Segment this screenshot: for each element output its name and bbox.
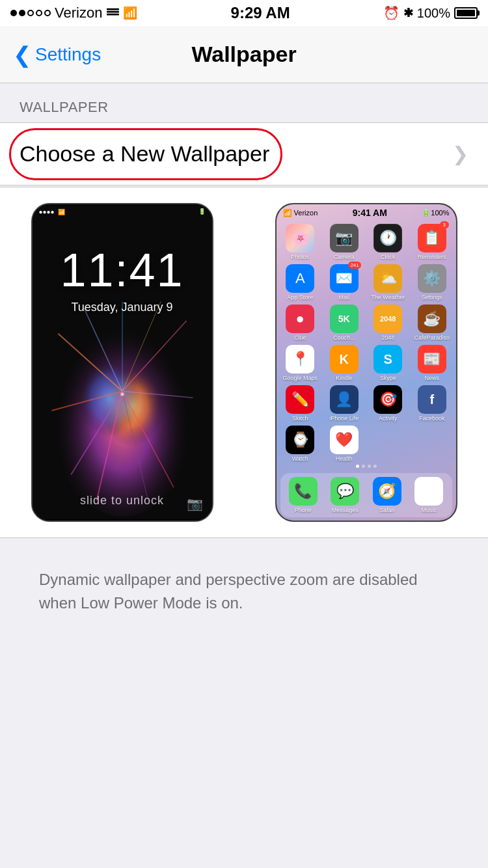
- dot-2: [19, 10, 25, 16]
- mail-icon: ✉️ 241: [330, 264, 359, 293]
- app-kindle[interactable]: K Kindle: [324, 345, 364, 381]
- section-label: WALLPAPER: [0, 83, 488, 122]
- appstore-label: App Store: [287, 294, 313, 301]
- lock-screen-preview[interactable]: ●●●● 📶 🔋 11:41 Tuesday, January 9 slide …: [31, 203, 213, 522]
- app-skype[interactable]: S Skype: [368, 345, 409, 381]
- nav-title: Wallpaper: [191, 42, 296, 67]
- status-left: Verizon 𝍢︎ 📶: [10, 5, 137, 22]
- app-activity[interactable]: 🎯 Activity: [368, 385, 409, 422]
- home-screen-preview[interactable]: 📶 Verizon 9:41 AM 🔋100% 🌸 Photos 📷 Camer…: [275, 203, 457, 522]
- app-maps[interactable]: 📍 Google Maps: [280, 345, 321, 381]
- dot-inactive-1: [362, 465, 365, 468]
- dot-inactive-2: [368, 465, 371, 468]
- lock-time: 11:41: [33, 243, 212, 297]
- lock-battery-status: 🔋: [198, 208, 206, 215]
- dot-4: [36, 10, 42, 16]
- battery-fill: [457, 10, 475, 16]
- reminders-badge: 3: [440, 221, 449, 228]
- back-chevron-icon: ❮: [13, 44, 31, 66]
- messages-label: Messages: [332, 507, 359, 513]
- svg-point-15: [106, 375, 138, 407]
- reminders-icon: 📋 3: [418, 224, 446, 252]
- app-phone[interactable]: 📞 Phone: [284, 477, 323, 513]
- choose-wallpaper-label: Choose a New Wallpaper: [20, 141, 269, 167]
- status-bar: Verizon 𝍢︎ 📶 9:29 AM ⏰ ✱ 100%: [0, 0, 488, 26]
- camera-icon: 📷: [330, 224, 359, 252]
- app-reminders[interactable]: 📋 3 Reminders: [412, 224, 452, 260]
- back-button[interactable]: ❮ Settings: [13, 44, 101, 66]
- settings-label: Settings: [421, 294, 442, 301]
- facebook-label: Facebook: [419, 415, 445, 422]
- app-appstore[interactable]: A App Store: [280, 264, 321, 301]
- kindle-icon: K: [330, 345, 359, 373]
- app-clue[interactable]: ● Clue: [280, 305, 321, 341]
- choose-wallpaper-row[interactable]: Choose a New Wallpaper ❯: [0, 123, 488, 185]
- signal-dots: [10, 10, 51, 16]
- app-safari[interactable]: 🧭 Safari: [368, 477, 407, 513]
- watch-label: Watch: [292, 455, 308, 462]
- home-page-dots: [277, 465, 456, 468]
- app-weather[interactable]: ⛅ The Weather: [368, 264, 409, 301]
- home-screen: 📶 Verizon 9:41 AM 🔋100% 🌸 Photos 📷 Camer…: [277, 204, 456, 521]
- wifi-icon: 𝍢︎: [106, 5, 119, 22]
- lock-signal: ●●●● 📶: [39, 208, 65, 215]
- reminders-label: Reminders: [418, 254, 446, 260]
- app-cafeparadiso[interactable]: ☕ CafeParadiso: [412, 305, 452, 341]
- app-music[interactable]: ♪ Music: [410, 477, 448, 513]
- lock-status-bar: ●●●● 📶 🔋: [33, 204, 212, 219]
- phone-icon: 📞: [289, 477, 318, 506]
- lock-date: Tuesday, January 9: [33, 301, 212, 314]
- lock-camera-icon: 📷: [187, 496, 203, 511]
- app-news[interactable]: 📰 News: [412, 345, 452, 381]
- activity-icon: 🎯: [373, 385, 402, 414]
- health-label: Health: [336, 455, 353, 462]
- wallpaper-previews: ●●●● 📶 🔋 11:41 Tuesday, January 9 slide …: [0, 187, 488, 538]
- home-battery: 🔋100%: [422, 209, 449, 217]
- home-signal: 📶 Verizon: [283, 209, 318, 217]
- watch-icon: ⌚: [286, 426, 314, 454]
- placeholder1-icon: [373, 426, 402, 454]
- news-label: News: [424, 375, 439, 381]
- battery-percent: 100%: [417, 6, 450, 21]
- app-messages[interactable]: 💬 Messages: [326, 477, 364, 513]
- app-2048[interactable]: 2048 2048: [368, 305, 409, 341]
- app-watch[interactable]: ⌚ Watch: [280, 426, 321, 462]
- news-icon: 📰: [418, 345, 446, 373]
- dot-active: [356, 465, 359, 468]
- app-5k[interactable]: 5K Couch...: [324, 305, 364, 341]
- chevron-right-icon: ❯: [452, 142, 468, 165]
- alarm-icon: ⏰: [383, 5, 400, 21]
- nav-bar: ❮ Settings Wallpaper: [0, 26, 488, 83]
- app-skitch[interactable]: ✏️ Skitch: [280, 385, 321, 422]
- music-icon: ♪: [414, 477, 443, 506]
- app-mail[interactable]: ✉️ 241 Mail: [324, 264, 364, 301]
- dot-1: [10, 10, 17, 16]
- app-clock[interactable]: 🕐 Clock: [368, 224, 409, 260]
- app-settings[interactable]: ⚙️ Settings: [412, 264, 452, 301]
- iphonelife-icon: 👤: [330, 385, 359, 414]
- maps-icon: 📍: [286, 345, 314, 373]
- back-label: Settings: [35, 44, 101, 65]
- health-icon: ❤️: [330, 426, 359, 454]
- status-right: ⏰ ✱ 100%: [383, 5, 478, 21]
- app-facebook[interactable]: f Facebook: [412, 385, 452, 422]
- 2048-icon: 2048: [373, 305, 402, 333]
- placeholder2-icon: [418, 426, 446, 454]
- clock-label: Clock: [381, 254, 396, 260]
- app-iphonelife[interactable]: 👤 iPhone Life: [324, 385, 364, 422]
- 2048-label: 2048: [381, 334, 394, 341]
- lock-wifi: 📶: [58, 209, 65, 215]
- 5k-label: Couch...: [333, 334, 355, 341]
- camera-label: Camera: [334, 254, 355, 260]
- home-time: 9:41 AM: [353, 208, 387, 218]
- dot-inactive-3: [373, 465, 377, 468]
- app-camera[interactable]: 📷 Camera: [324, 224, 364, 260]
- appstore-icon: A: [286, 264, 314, 293]
- home-dock: 📞 Phone 💬 Messages 🧭 Safari ♪ Music: [280, 473, 452, 517]
- app-health[interactable]: ❤️ Health: [324, 426, 364, 462]
- app-photos[interactable]: 🌸 Photos: [280, 224, 321, 260]
- app-placeholder1: [368, 426, 409, 462]
- weather-icon: ⛅: [373, 264, 402, 293]
- carrier-label: Verizon: [55, 5, 102, 21]
- facebook-icon: f: [418, 385, 446, 414]
